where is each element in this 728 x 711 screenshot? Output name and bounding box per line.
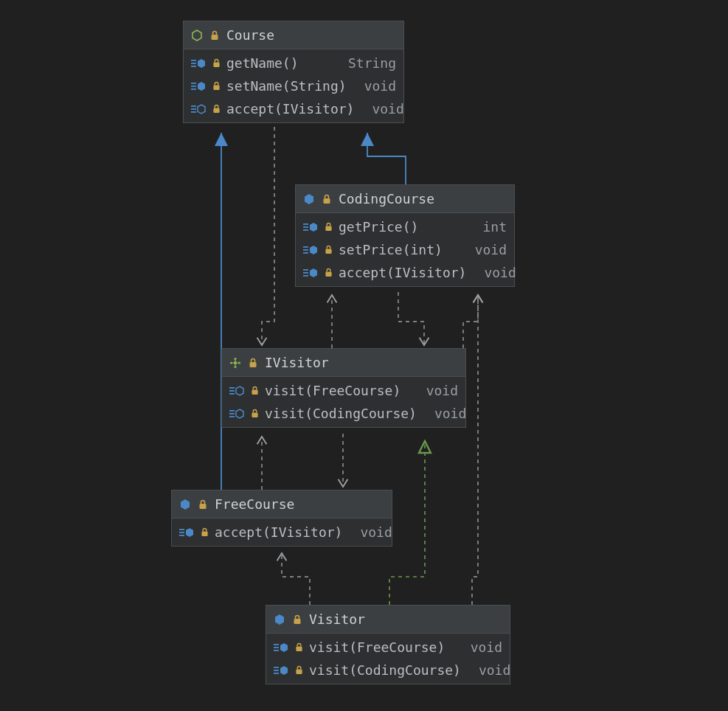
svg-rect-44 (201, 532, 207, 536)
member-signature: getName() (226, 55, 330, 71)
member-row[interactable]: setName(String)void (184, 74, 403, 97)
svg-rect-52 (274, 673, 279, 674)
members-list: visit(FreeCourse)void visit(CodingCourse… (266, 634, 510, 684)
lock-icon (210, 80, 222, 92)
svg-rect-50 (274, 667, 279, 668)
abstract-method-icon (191, 103, 206, 115)
members-list: visit(FreeCourse)void visit(CodingCourse… (222, 377, 465, 427)
member-row[interactable]: visit(FreeCourse)void (266, 634, 510, 659)
class-icon (303, 193, 315, 205)
abstract-class-icon (191, 30, 203, 41)
svg-point-27 (230, 361, 232, 364)
svg-rect-13 (324, 198, 330, 204)
member-signature: visit(CodingCourse) (309, 662, 461, 678)
edge-codingcourse-extends-course (367, 133, 406, 184)
lock-icon (322, 267, 334, 279)
class-header: IVisitor (222, 349, 465, 377)
member-return-type: void (421, 406, 466, 421)
member-return-type: void (471, 265, 516, 280)
abstract-method-icon (229, 385, 244, 397)
member-row[interactable]: visit(CodingCourse)void (266, 659, 510, 684)
svg-rect-0 (212, 35, 218, 40)
svg-rect-45 (294, 619, 301, 624)
lock-icon (209, 30, 221, 41)
svg-rect-51 (274, 670, 279, 671)
svg-rect-34 (229, 393, 235, 395)
svg-rect-35 (252, 390, 257, 395)
member-return-type: void (358, 101, 403, 117)
svg-rect-47 (274, 647, 279, 648)
member-return-type: void (462, 242, 507, 257)
member-signature: setPrice(int) (339, 242, 457, 257)
svg-rect-36 (229, 410, 235, 412)
member-row[interactable]: visit(CodingCourse)void (222, 402, 465, 427)
svg-rect-41 (179, 529, 184, 530)
member-row[interactable]: accept(IVisitor)void (296, 261, 514, 286)
class-box-freecourse[interactable]: FreeCourse accept(IVisitor)void (171, 490, 392, 547)
svg-rect-6 (191, 86, 196, 87)
svg-rect-24 (303, 275, 308, 277)
edge-ivisitor-uses-codingcourse-b (463, 295, 478, 348)
member-row[interactable]: accept(IVisitor)void (172, 518, 392, 546)
lock-icon (322, 221, 334, 233)
class-header: CodingCourse (296, 185, 514, 213)
svg-rect-3 (191, 66, 196, 67)
lock-icon (293, 642, 305, 653)
svg-rect-39 (252, 413, 257, 417)
member-signature: getPrice() (339, 219, 465, 235)
lock-icon (198, 527, 210, 538)
abstract-method-icon (229, 408, 244, 420)
class-header: FreeCourse (172, 490, 392, 518)
lock-icon (247, 357, 259, 369)
lock-icon (291, 614, 303, 625)
member-return-type: int (469, 219, 507, 235)
member-return-type: void (351, 78, 396, 94)
members-list: getName()String setName(String)void acce… (184, 49, 403, 122)
edge-course-uses-ivisitor-a (262, 127, 274, 345)
class-box-ivisitor[interactable]: IVisitor visit(FreeCourse)void visit(Cod… (221, 348, 466, 428)
member-return-type: void (347, 524, 392, 540)
member-row[interactable]: accept(IVisitor)void (184, 97, 403, 122)
class-name: IVisitor (265, 355, 329, 370)
lock-icon (210, 103, 222, 115)
svg-point-30 (234, 365, 236, 367)
svg-rect-5 (191, 83, 196, 84)
member-row[interactable]: getPrice()int (296, 213, 514, 238)
svg-rect-33 (229, 390, 235, 392)
class-box-course[interactable]: Course getName()String setName(String)vo… (183, 21, 404, 123)
method-icon (274, 642, 288, 653)
class-icon (179, 499, 191, 510)
members-list: accept(IVisitor)void (172, 518, 392, 546)
method-icon (191, 80, 206, 92)
member-return-type: void (413, 383, 458, 398)
member-row[interactable]: getName()String (184, 49, 403, 74)
member-row[interactable]: setPrice(int)void (296, 238, 514, 261)
edge-visitor-uses-freecourse (282, 553, 310, 605)
svg-rect-17 (325, 226, 331, 231)
svg-rect-16 (303, 229, 308, 231)
lock-icon (249, 385, 260, 397)
class-box-codingcourse[interactable]: CodingCourse getPrice()int setPrice(int)… (295, 184, 515, 287)
svg-rect-18 (303, 246, 308, 248)
svg-rect-48 (274, 650, 279, 651)
method-icon (274, 665, 288, 676)
method-icon (191, 58, 206, 69)
member-row[interactable]: visit(FreeCourse)void (222, 377, 465, 402)
class-icon (274, 614, 285, 625)
lock-icon (322, 244, 334, 256)
member-signature: visit(FreeCourse) (265, 383, 409, 398)
svg-rect-43 (179, 535, 184, 536)
svg-rect-10 (191, 108, 196, 110)
svg-rect-20 (303, 252, 308, 254)
member-signature: accept(IVisitor) (339, 265, 466, 280)
member-return-type: void (465, 662, 510, 678)
class-header: Course (184, 21, 403, 49)
member-signature: visit(CodingCourse) (265, 406, 417, 421)
edge-visitor-implements-ivisitor (389, 441, 425, 605)
svg-rect-23 (303, 272, 308, 274)
svg-point-29 (234, 357, 236, 359)
svg-rect-32 (229, 387, 235, 389)
class-box-visitor[interactable]: Visitor visit(FreeCourse)void visit(Codi… (266, 605, 510, 684)
class-name: CodingCourse (339, 191, 434, 207)
svg-rect-11 (191, 111, 196, 113)
